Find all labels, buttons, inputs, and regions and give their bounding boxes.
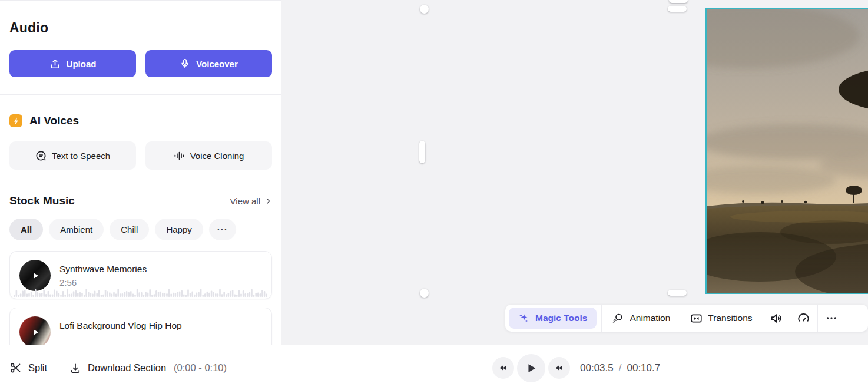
track-waveform xyxy=(14,287,268,297)
album-art xyxy=(19,260,51,291)
volume-button[interactable] xyxy=(763,305,790,332)
transitions-icon xyxy=(690,312,703,325)
microphone-icon xyxy=(180,58,190,69)
voiceover-button[interactable]: Voiceover xyxy=(145,50,272,77)
chip-ambient[interactable]: Ambient xyxy=(49,219,104,240)
resize-handle-bottom-left[interactable] xyxy=(420,289,429,298)
play-icon xyxy=(30,270,41,281)
speaker-icon xyxy=(770,312,783,325)
preview-canvas-area: Magic Tools Animation Transitions xyxy=(281,0,868,345)
voice-cloning-label: Voice Cloning xyxy=(190,151,244,161)
magic-tools-label: Magic Tools xyxy=(535,313,587,323)
audio-actions-row: Upload Voiceover xyxy=(9,50,272,77)
lightning-bolt-icon xyxy=(9,114,22,127)
audio-panel: Audio Upload Voiceover AI Voices xyxy=(0,0,281,345)
chip-chill[interactable]: Chill xyxy=(110,219,149,240)
track-card-synthwave[interactable]: Synthwave Memories 2:56 xyxy=(9,251,272,299)
ai-voices-title: AI Voices xyxy=(29,114,79,127)
text-to-speech-button[interactable]: Text to Speech xyxy=(9,141,136,170)
text-to-speech-label: Text to Speech xyxy=(52,151,110,161)
resize-handle-top[interactable] xyxy=(668,6,687,12)
upload-icon xyxy=(49,58,61,70)
sparkles-icon xyxy=(518,312,530,324)
waveform-icon xyxy=(174,150,185,161)
ai-voices-row: Text to Speech Voice Cloning xyxy=(9,141,272,170)
resize-handle-left[interactable] xyxy=(419,141,425,163)
play-button[interactable] xyxy=(517,354,545,382)
fast-forward-icon xyxy=(554,363,564,373)
track-card-lofi[interactable]: Lofi Background Vlog Hip Hop xyxy=(9,308,272,345)
chip-happy[interactable]: Happy xyxy=(155,219,203,240)
chevron-right-icon xyxy=(264,197,272,205)
voiceover-label: Voiceover xyxy=(196,59,238,69)
track-title: Synthwave Memories xyxy=(59,264,147,275)
chip-all[interactable]: All xyxy=(9,219,43,240)
view-all-link[interactable]: View all xyxy=(230,196,272,206)
section-range: (0:00 - 0:10) xyxy=(174,362,227,374)
speech-bubble-icon xyxy=(35,150,47,161)
upload-button[interactable]: Upload xyxy=(9,50,136,77)
more-options-button[interactable] xyxy=(818,305,845,332)
upload-label: Upload xyxy=(67,59,97,69)
sidebar-divider xyxy=(0,94,281,95)
time-separator: / xyxy=(619,362,622,374)
play-icon xyxy=(30,327,41,338)
view-all-label: View all xyxy=(230,196,260,206)
current-time: 00:03.5 xyxy=(580,362,614,374)
ai-voices-header: AI Voices xyxy=(9,114,272,127)
stock-music-title: Stock Music xyxy=(9,194,75,207)
split-button[interactable]: Split xyxy=(9,362,47,374)
album-art xyxy=(19,316,51,345)
voice-cloning-button[interactable]: Voice Cloning xyxy=(145,141,272,170)
ellipsis-icon xyxy=(825,312,838,325)
magic-tools-button[interactable]: Magic Tools xyxy=(509,308,597,329)
download-section-button[interactable]: Download Section (0:00 - 0:10) xyxy=(69,362,227,374)
transitions-label: Transitions xyxy=(708,313,752,323)
resize-handle-bottom[interactable] xyxy=(668,290,687,296)
fast-forward-button[interactable] xyxy=(548,357,570,379)
timeline-bar: Split Download Section (0:00 - 0:10) xyxy=(0,345,868,390)
animation-icon xyxy=(612,312,624,325)
music-genre-chips: All Ambient Chill Happy ··· xyxy=(9,219,272,240)
total-time: 00:10.7 xyxy=(627,362,660,374)
timecode-display: 00:03.5 / 00:10.7 xyxy=(580,362,660,374)
speed-button[interactable] xyxy=(790,305,817,332)
layer-toolbar: Magic Tools Animation Transitions xyxy=(505,305,868,332)
speedometer-icon xyxy=(797,312,810,325)
rewind-icon xyxy=(498,363,508,373)
download-icon xyxy=(69,362,81,374)
video-layer-selected[interactable] xyxy=(705,8,868,294)
playback-controls: 00:03.5 / 00:10.7 xyxy=(492,345,660,390)
chip-more[interactable]: ··· xyxy=(209,219,236,240)
rewind-button[interactable] xyxy=(492,357,514,379)
animation-label: Animation xyxy=(630,313,670,323)
download-section-label: Download Section xyxy=(88,362,166,374)
stock-music-header: Stock Music View all xyxy=(9,194,272,207)
transitions-button[interactable]: Transitions xyxy=(680,305,762,332)
resize-handle-top-left[interactable] xyxy=(420,5,429,14)
track-duration: 2:56 xyxy=(59,277,77,287)
animation-button[interactable]: Animation xyxy=(602,305,680,332)
panel-title: Audio xyxy=(9,20,272,36)
scissors-icon xyxy=(9,362,22,374)
savanna-sunset-video xyxy=(707,9,868,293)
timeline-actions: Split Download Section (0:00 - 0:10) xyxy=(9,345,227,390)
play-icon xyxy=(525,362,538,375)
split-label: Split xyxy=(28,362,47,374)
track-title: Lofi Background Vlog Hip Hop xyxy=(59,320,182,331)
rotate-handle[interactable] xyxy=(669,0,688,3)
video-editor-app: Audio Upload Voiceover AI Voices xyxy=(0,0,868,390)
